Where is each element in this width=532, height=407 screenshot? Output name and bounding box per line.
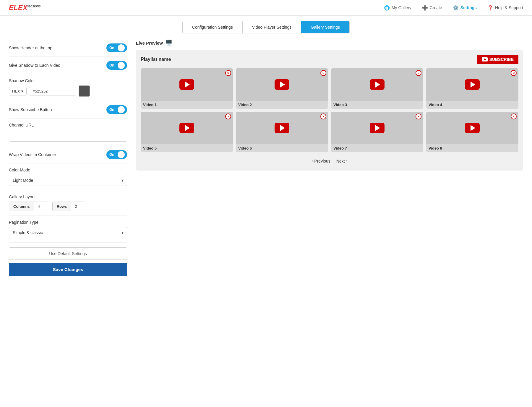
show-subscribe-toggle[interactable]: On xyxy=(106,105,127,114)
nav-help[interactable]: ❓ Help & Support xyxy=(487,5,523,11)
video-title: Video 2 xyxy=(236,101,328,109)
remove-video-icon[interactable] xyxy=(320,113,326,119)
tab-gallery-settings[interactable]: Gallery Settings xyxy=(301,21,349,33)
use-default-settings-button[interactable]: Use Default Settings xyxy=(9,247,127,260)
pagination-type-select-wrap: Simple & classic Load More Infinite Scro… xyxy=(9,227,127,238)
remove-video-icon[interactable] xyxy=(225,70,231,76)
video-title: Video 1 xyxy=(141,101,233,109)
play-icon xyxy=(465,79,480,90)
settings-icon: ⚙️ xyxy=(453,5,459,11)
play-icon xyxy=(179,123,194,133)
live-preview-title: Live Preview xyxy=(136,40,163,46)
play-icon xyxy=(370,123,385,133)
right-arrow-icon: › xyxy=(346,159,348,163)
prev-button[interactable]: ‹ Previous xyxy=(312,159,330,163)
monitor-icon: 🖥️ xyxy=(165,39,173,46)
video-thumb xyxy=(426,112,518,144)
video-title: Video 7 xyxy=(331,144,423,152)
show-header-label: Show Header at the top xyxy=(9,46,52,50)
video-thumb xyxy=(141,112,233,144)
gallery-layout-row: Columns Rows xyxy=(9,202,127,211)
help-icon: ❓ xyxy=(487,5,493,11)
video-thumb xyxy=(141,68,233,101)
rows-label: Rows xyxy=(53,202,72,211)
tab-configuration[interactable]: Configuration Settings xyxy=(183,21,242,33)
preview-pagination: ‹ Previous Next › xyxy=(141,156,518,166)
video-title: Video 3 xyxy=(331,101,423,109)
right-panel: Live Preview 🖥️ Playlist name SUBSCRIBE … xyxy=(136,39,523,294)
nav-settings[interactable]: ⚙️ Settings xyxy=(453,5,477,11)
give-shadow-toggle[interactable]: On xyxy=(106,61,127,70)
video-title: Video 5 xyxy=(141,144,233,152)
youtube-icon xyxy=(482,57,488,61)
main-content: Show Header at the top On Give Shadow to… xyxy=(0,33,532,299)
tab-video-player[interactable]: Video Player Settings xyxy=(242,21,301,33)
give-shadow-label: Give Shadow to Each Video xyxy=(9,63,60,68)
next-button[interactable]: Next › xyxy=(336,159,347,163)
pagination-type-label: Pagination Type xyxy=(9,220,127,225)
pagination-type-section: Pagination Type Simple & classic Load Mo… xyxy=(9,216,127,243)
video-card: Video 8 xyxy=(426,112,518,152)
video-thumb xyxy=(236,68,328,101)
show-subscribe-row: Show Subscribe Button On xyxy=(9,101,127,119)
remove-video-icon[interactable] xyxy=(416,70,421,76)
play-icon xyxy=(370,79,385,90)
remove-video-icon[interactable] xyxy=(225,113,231,119)
give-shadow-row: Give Shadow to Each Video On xyxy=(9,57,127,74)
wrap-videos-toggle[interactable]: On xyxy=(106,150,127,159)
video-card: Video 2 xyxy=(236,68,328,109)
columns-input[interactable] xyxy=(34,202,49,211)
logo: ELEXtensions xyxy=(9,4,40,12)
left-panel: Show Header at the top On Give Shadow to… xyxy=(9,39,127,294)
remove-video-icon[interactable] xyxy=(416,113,421,119)
rows-input[interactable] xyxy=(71,202,86,211)
video-thumb xyxy=(331,68,423,101)
playlist-name: Playlist name xyxy=(141,57,171,62)
show-header-row: Show Header at the top On xyxy=(9,39,127,57)
gallery-layout-section: Gallery Layout Columns Rows xyxy=(9,190,127,216)
shadow-color-input[interactable] xyxy=(29,87,76,95)
hex-format-select[interactable]: HEX ▾ xyxy=(9,87,27,95)
rows-group: Rows xyxy=(52,202,87,211)
video-card: Video 7 xyxy=(331,112,423,152)
video-thumb xyxy=(426,68,518,101)
shadow-color-section: Shadow Color HEX ▾ xyxy=(9,74,127,101)
subscribe-button[interactable]: SUBSCRIBE xyxy=(477,55,518,64)
show-header-toggle[interactable]: On xyxy=(106,43,127,52)
save-changes-button[interactable]: Save Changes xyxy=(9,263,127,276)
chevron-down-icon: ▾ xyxy=(21,89,23,93)
remove-video-icon[interactable] xyxy=(511,70,517,76)
video-title: Video 4 xyxy=(426,101,518,109)
navigation: ELEXtensions 🌐 My Gallery ➕ Create ⚙️ Se… xyxy=(0,0,532,16)
play-icon xyxy=(179,79,194,90)
video-card: Video 1 xyxy=(141,68,233,109)
remove-video-icon[interactable] xyxy=(511,113,517,119)
play-icon xyxy=(465,123,480,133)
video-grid: Video 1 Video 2 Video 3 Video 4 xyxy=(141,68,518,152)
wrap-videos-row: Wrap Videos In Container On xyxy=(9,146,127,163)
wrap-videos-label: Wrap Videos In Container xyxy=(9,152,56,157)
remove-video-icon[interactable] xyxy=(320,70,326,76)
video-card: Video 5 xyxy=(141,112,233,152)
columns-label: Columns xyxy=(9,202,34,211)
nav-my-gallery[interactable]: 🌐 My Gallery xyxy=(384,5,411,11)
video-card: Video 4 xyxy=(426,68,518,109)
nav-create[interactable]: ➕ Create xyxy=(422,5,442,11)
channel-url-label: Channel URL xyxy=(9,123,127,127)
left-arrow-icon: ‹ xyxy=(312,159,313,163)
nav-links: 🌐 My Gallery ➕ Create ⚙️ Settings ❓ Help… xyxy=(384,5,523,11)
video-thumb xyxy=(331,112,423,144)
color-mode-label: Color Mode xyxy=(9,168,127,172)
video-thumb xyxy=(236,112,328,144)
channel-url-input[interactable] xyxy=(9,130,127,142)
tabs-bar: Configuration Settings Video Player Sett… xyxy=(0,16,532,33)
show-subscribe-label: Show Subscribe Button xyxy=(9,107,52,112)
color-mode-select[interactable]: Light Mode Dark Mode xyxy=(9,175,127,186)
color-mode-select-wrap: Light Mode Dark Mode ▾ xyxy=(9,175,127,186)
gallery-icon: 🌐 xyxy=(384,5,390,11)
shadow-color-row: HEX ▾ xyxy=(9,85,127,97)
video-card: Video 3 xyxy=(331,68,423,109)
pagination-type-select[interactable]: Simple & classic Load More Infinite Scro… xyxy=(9,227,127,238)
shadow-color-label: Shadow Color xyxy=(9,78,127,83)
shadow-color-swatch[interactable] xyxy=(79,85,90,97)
